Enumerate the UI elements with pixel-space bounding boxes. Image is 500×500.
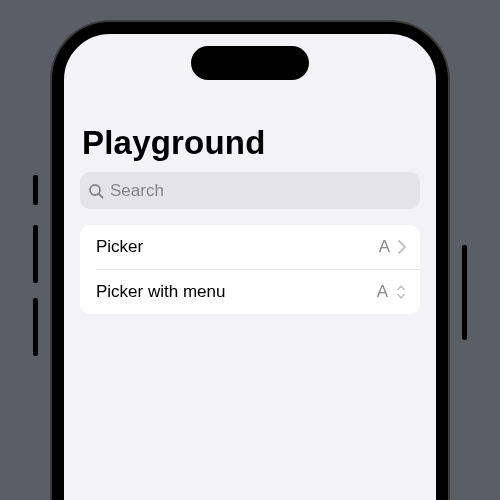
phone-side-button-power (462, 245, 467, 340)
row-value: A (379, 237, 390, 257)
dynamic-island (191, 46, 309, 80)
phone-side-button-volume-down (33, 298, 38, 356)
svg-line-1 (99, 194, 103, 198)
search-input[interactable]: Search (80, 172, 420, 209)
phone-frame: Playground Search Picker A Picker with m… (52, 22, 448, 500)
search-icon (88, 183, 104, 199)
screen-content: Playground Search Picker A Picker with m… (64, 34, 436, 500)
picker-row[interactable]: Picker A (80, 225, 420, 269)
row-label: Picker (96, 237, 379, 257)
row-label: Picker with menu (96, 282, 377, 302)
phone-side-button-silence (33, 175, 38, 205)
page-title: Playground (64, 124, 436, 168)
row-value: A (377, 282, 388, 302)
settings-list: Picker A Picker with menu A (80, 225, 420, 314)
chevron-up-down-icon (396, 284, 406, 300)
phone-side-button-volume-up (33, 225, 38, 283)
chevron-right-icon (398, 240, 406, 254)
search-placeholder: Search (110, 181, 164, 201)
picker-with-menu-row[interactable]: Picker with menu A (96, 269, 420, 314)
